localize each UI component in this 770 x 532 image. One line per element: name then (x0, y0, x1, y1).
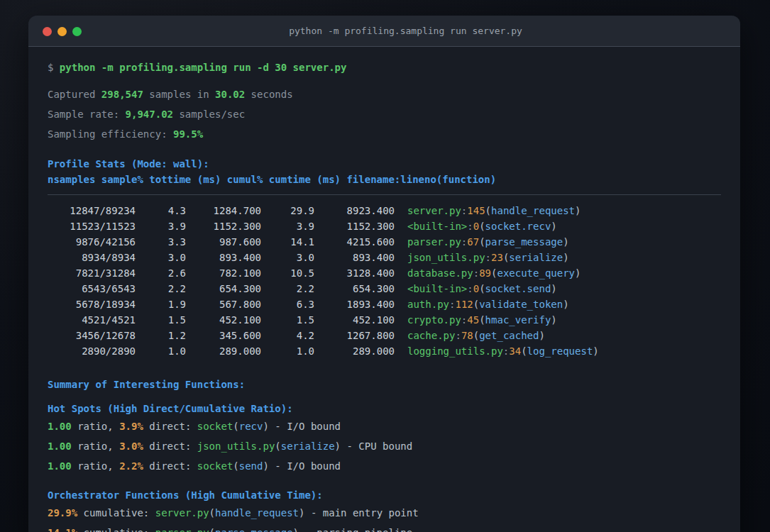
table-row: 7821/312842.6782.10010.53128.400database… (48, 265, 721, 281)
table-row: 4521/45211.5452.1001.5452.100crypto.py:4… (48, 312, 721, 328)
captured-line: Captured 298,547 samples in 30.02 second… (48, 87, 721, 102)
function-name: validate_token (479, 299, 563, 310)
summary-heading: Summary of Interesting Functions: (48, 377, 721, 392)
table-row: 9876/421563.3987.60014.14215.600parser.p… (48, 234, 721, 250)
close-paren: ) (551, 221, 556, 232)
file-name: cache.py (407, 330, 455, 341)
entry-note: - parsing pipeline (299, 527, 412, 532)
bound-note: - CPU bound (341, 440, 412, 452)
captured-mid-label: samples in (143, 89, 215, 100)
ratio-label: ratio, (72, 440, 119, 452)
function-name: parse_message (215, 527, 293, 532)
line-number: 145 (467, 205, 485, 216)
open-paren: ( (479, 236, 485, 248)
profile-table: 12847/892344.31284.70029.98923.400server… (48, 203, 721, 359)
cumulative-label: cumulative: (77, 507, 155, 519)
cumulative-label: cumulative: (77, 527, 155, 532)
function-name: handle_request (491, 205, 575, 216)
cell-cumul-pct: 2.2 (261, 281, 314, 297)
cell-tottime: 987.600 (186, 234, 261, 250)
ratio-value: 1.00 (48, 440, 72, 452)
cell-tottime: 452.100 (186, 312, 261, 328)
close-paren: ) (335, 440, 341, 452)
line-number: 45 (467, 314, 479, 326)
bound-note: - I/O bound (269, 460, 341, 472)
cell-tottime: 1284.700 (186, 203, 261, 218)
cell-cumul-pct: 14.1 (261, 234, 314, 250)
cell-sample-pct: 3.9 (136, 218, 186, 234)
open-paren: ( (479, 283, 485, 294)
cumulative-pct-value: 14.1% (48, 527, 77, 532)
cell-cumtime: 8923.400 (314, 203, 395, 218)
sample-rate-label: Sample rate: (48, 109, 126, 120)
cell-cumul-pct: 29.9 (261, 203, 314, 218)
cell-tottime: 654.300 (186, 281, 261, 297)
shell-prompt: $ (48, 62, 60, 73)
close-paren: ) (551, 283, 556, 294)
file-name: crypto.py (407, 314, 461, 326)
function-name: serialize (509, 252, 563, 263)
cell-tottime: 893.400 (186, 250, 261, 265)
file-name: socket (197, 421, 233, 432)
cell-sample-pct: 3.0 (136, 250, 186, 265)
direct-pct-value: 2.2% (119, 460, 143, 472)
cell-location: <built-in>:0(socket.recv) (395, 218, 721, 234)
cell-cumul-pct: 4.2 (261, 328, 314, 343)
cumulative-pct-value: 29.9% (48, 507, 77, 519)
function-name: send (239, 460, 263, 472)
cell-cumtime: 4215.600 (314, 234, 395, 250)
function-name: handle_request (215, 507, 299, 519)
file-name: parser.py (155, 527, 209, 532)
open-paren: ( (485, 205, 491, 216)
ratio-value: 1.00 (48, 460, 72, 472)
function-name: parse_message (485, 236, 563, 248)
file-name: server.py (407, 205, 461, 216)
cell-cumul-pct: 6.3 (261, 297, 314, 312)
table-row: 5678/189341.9567.8006.31893.400auth.py:1… (48, 297, 721, 312)
cell-cumul-pct: 1.5 (261, 312, 314, 328)
open-paren: ( (521, 345, 527, 357)
cell-cumtime: 452.100 (314, 312, 395, 328)
hot-spots-heading: Hot Spots (High Direct/Cumulative Ratio)… (48, 401, 721, 416)
cell-nsamples: 11523/11523 (48, 218, 136, 234)
cell-location: json_utils.py:23(serialize) (395, 250, 721, 265)
hot-spot-item: 1.00 ratio, 3.9% direct: socket(recv) - … (48, 419, 721, 434)
close-paren: ) (263, 421, 268, 432)
cell-sample-pct: 1.2 (136, 328, 186, 343)
cell-nsamples: 2890/2890 (48, 343, 136, 359)
direct-label: direct: (143, 460, 197, 472)
file-name: auth.py (407, 299, 449, 310)
cell-location: logging_utils.py:34(log_request) (395, 343, 721, 359)
cell-cumul-pct: 10.5 (261, 265, 314, 281)
line-number: 112 (455, 299, 473, 310)
ratio-value: 1.00 (48, 421, 72, 432)
orchestrator-heading: Orchestrator Functions (High Cumulative … (48, 487, 721, 503)
cell-tottime: 1152.300 (186, 218, 261, 234)
ratio-label: ratio, (72, 460, 119, 472)
table-row: 3456/126781.2345.6004.21267.800cache.py:… (48, 328, 721, 343)
cell-nsamples: 6543/6543 (48, 281, 136, 297)
cell-nsamples: 9876/42156 (48, 234, 136, 250)
close-paren: ) (563, 252, 568, 263)
cell-sample-pct: 1.5 (136, 312, 186, 328)
cell-nsamples: 5678/18934 (48, 297, 136, 312)
file-name: <built-in> (407, 283, 467, 294)
cell-location: parser.py:67(parse_message) (395, 234, 721, 250)
close-paren: ) (593, 345, 598, 357)
cell-nsamples: 12847/89234 (48, 203, 136, 218)
orchestrator-item: 14.1% cumulative: parser.py(parse_messag… (48, 525, 721, 532)
open-paren: ( (209, 507, 215, 519)
ratio-label: ratio, (72, 421, 119, 432)
file-name: <built-in> (407, 221, 467, 232)
sample-rate-line: Sample rate: 9,947.02 samples/sec (48, 106, 721, 122)
efficiency-line: Sampling efficiency: 99.5% (48, 126, 721, 142)
colon: : (455, 330, 461, 341)
cell-sample-pct: 2.6 (136, 265, 186, 281)
command-text: python -m profiling.sampling run -d 30 s… (60, 62, 347, 73)
close-paren: ) (575, 267, 581, 279)
sample-rate-unit: samples/sec (173, 109, 245, 120)
command-line: $ python -m profiling.sampling run -d 30… (48, 60, 721, 75)
file-name: json_utils.py (407, 252, 485, 263)
close-paren: ) (539, 330, 544, 341)
close-paren: ) (551, 314, 556, 326)
